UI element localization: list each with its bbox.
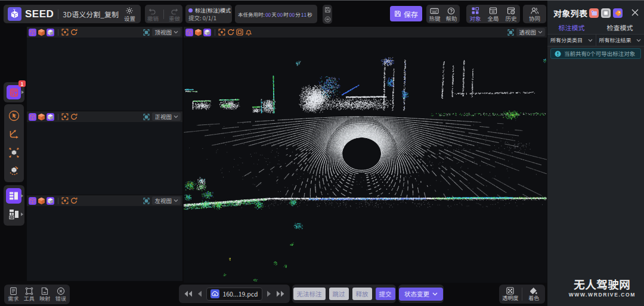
chevron-down-icon [588, 39, 593, 42]
projection-box-button[interactable] [236, 29, 243, 36]
current-frame-chip[interactable]: 160...19.pcd [206, 288, 262, 301]
skip-button[interactable]: 跳过 [329, 288, 349, 300]
floppy-mini-icon[interactable] [324, 7, 331, 13]
select-mode-icon[interactable] [589, 8, 599, 18]
frame-nav-group: 160...19.pcd [179, 285, 290, 303]
submit-button[interactable]: 提交 [376, 288, 395, 300]
top-view-viewport[interactable]: 顶视图 [27, 27, 182, 111]
global-window-icon [489, 7, 497, 15]
shaded-mode-button[interactable] [47, 113, 54, 121]
shape-mode-icon[interactable] [601, 8, 611, 18]
layout-flyout-arrow[interactable] [21, 194, 23, 198]
global-panel-button[interactable]: 全局 [487, 7, 499, 21]
redo-button[interactable]: 重做 [169, 7, 180, 21]
focus-icon[interactable] [143, 198, 150, 204]
main-view-header-right: 透视图 [507, 28, 545, 36]
tag-mode-icon[interactable] [613, 8, 623, 18]
tab-annotate-mode[interactable]: 标注模式 [547, 23, 596, 34]
colorize-button[interactable]: 着色 [523, 287, 545, 301]
wireframe-mode-button[interactable] [185, 29, 193, 36]
release-button[interactable]: 释放 [352, 288, 372, 300]
shaded-mode-button[interactable] [203, 29, 211, 36]
document-icon [10, 287, 17, 295]
reset-rotation-button[interactable] [70, 113, 78, 121]
fit-view-button[interactable] [61, 197, 69, 205]
shaded-mode-button[interactable] [47, 197, 54, 205]
result-filter-select[interactable]: 所有标注结果 [596, 35, 644, 46]
rotate-cw-icon [70, 197, 78, 204]
history-panel-button[interactable]: 历史 [505, 7, 516, 21]
objects-panel-button[interactable]: 对象 [469, 7, 481, 21]
cube-wireframe-icon [186, 29, 193, 36]
errors-button[interactable]: 错误 [55, 287, 66, 302]
polyline-tool-button[interactable] [8, 128, 20, 140]
front-view-selector[interactable]: 正视图 [152, 113, 181, 121]
opacity-button[interactable]: 透明度 [499, 287, 521, 301]
history-file-icon [507, 7, 515, 15]
save-button[interactable]: 保存 [390, 6, 422, 21]
auto-save-icon[interactable] [324, 16, 331, 23]
point-cloud-canvas[interactable] [184, 27, 547, 283]
cube-wireframe-icon [29, 198, 36, 204]
tab-review-mode[interactable]: 检查模式 [596, 23, 644, 34]
main-3d-viewport[interactable]: 透视图 [184, 27, 547, 283]
export-count-alert: 当前共有0个可导出标注对象 [550, 48, 641, 59]
last-frame-button[interactable] [276, 291, 286, 297]
fit-view-button[interactable] [218, 29, 225, 36]
segmentation-tool-button[interactable] [7, 85, 21, 99]
close-panel-icon[interactable] [631, 8, 639, 17]
solid-mode-button[interactable] [38, 29, 45, 36]
collab-group: 协同 [523, 5, 546, 23]
shaded-mode-button[interactable] [47, 29, 54, 36]
cannot-annotate-button[interactable]: 无法标注 [293, 288, 326, 300]
requirements-button[interactable]: 需求 [8, 287, 18, 302]
front-view-viewport[interactable]: 正视图 [27, 111, 182, 195]
chevron-down-icon [636, 39, 641, 42]
left-icon [197, 291, 202, 297]
cube-arrows-icon [8, 147, 20, 158]
reset-rotation-button[interactable] [227, 29, 234, 36]
transform-tool-button[interactable] [8, 146, 20, 159]
left-view-viewport[interactable]: 左视图 [27, 195, 182, 281]
rotate-cube-tool-button[interactable] [8, 164, 20, 177]
mapping-button[interactable]: 映射 [39, 287, 50, 302]
wireframe-mode-button[interactable] [29, 29, 36, 36]
help-button[interactable]: 帮助 [445, 7, 457, 21]
collaborate-button[interactable]: 协同 [529, 7, 540, 21]
category-filter-select[interactable]: 所有分类类目 [547, 35, 596, 46]
focus-icon[interactable] [143, 29, 150, 36]
layout-alt-flyout-arrow[interactable] [21, 213, 23, 216]
settings-button[interactable]: 设置 [124, 7, 135, 21]
layout-alt-button[interactable] [8, 208, 20, 220]
separator [58, 29, 58, 36]
solid-mode-button[interactable] [38, 113, 45, 121]
hotkey-button[interactable]: 热键 [429, 7, 440, 21]
reset-rotation-button[interactable] [70, 29, 78, 36]
alerts-button[interactable] [244, 29, 252, 36]
focus-icon[interactable] [143, 114, 150, 120]
focus-icon[interactable] [507, 29, 514, 36]
reset-rotation-button[interactable] [70, 197, 78, 205]
undo-button[interactable]: 撤销 [147, 7, 159, 21]
wireframe-mode-button[interactable] [29, 113, 36, 121]
tools-button[interactable]: 工具 [24, 287, 35, 302]
double-right-icon [276, 291, 286, 297]
app-window: SEED 3D语义分割_复制 设置 撤销 重做 标注(标注)模式 提交: 0/1… [0, 0, 644, 306]
tool-flyout-arrow[interactable] [21, 90, 24, 94]
next-frame-button[interactable] [267, 291, 272, 297]
main-view-selector[interactable]: 透视图 [516, 28, 545, 36]
solid-mode-button[interactable] [38, 197, 45, 205]
prev-frame-button[interactable] [197, 291, 202, 297]
layout-current-button[interactable] [6, 188, 21, 204]
wireframe-mode-button[interactable] [29, 197, 36, 205]
fit-view-button[interactable] [61, 113, 69, 121]
select-tool-button[interactable] [8, 110, 20, 122]
status-group: 状态变更 [398, 285, 444, 303]
top-view-selector[interactable]: 顶视图 [152, 28, 181, 36]
left-view-header: 左视图 [27, 195, 182, 206]
left-view-selector[interactable]: 左视图 [152, 196, 181, 205]
status-change-button[interactable]: 状态变更 [399, 288, 443, 301]
fit-view-button[interactable] [61, 29, 69, 36]
solid-mode-button[interactable] [194, 29, 202, 36]
first-frame-button[interactable] [183, 291, 193, 297]
